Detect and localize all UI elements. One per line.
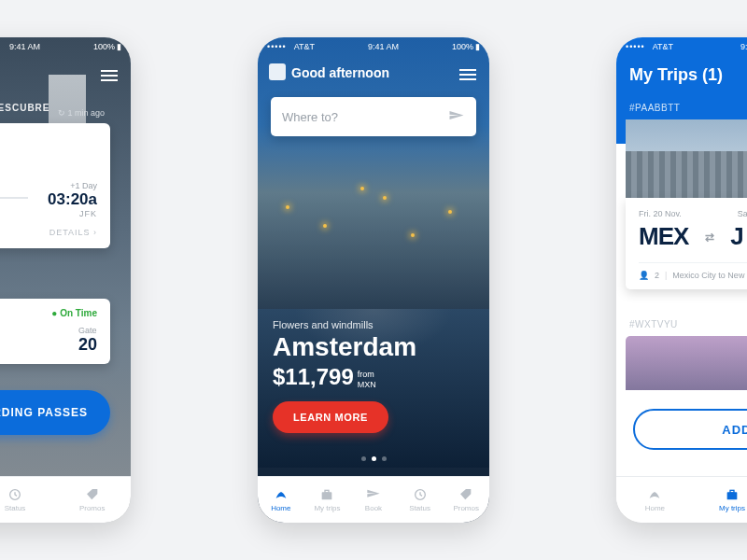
tab-home[interactable]: Home [616,477,694,523]
greeting-text: Good afternoon [291,65,389,80]
search-placeholder: Where to? [282,110,338,124]
depart-date: Fri. 20 Nov. [639,209,682,218]
hamburger-menu-icon[interactable] [101,67,118,84]
tab-status[interactable]: Status [397,477,444,523]
city-to-label: City to [0,136,97,147]
tag-icon [84,487,101,502]
route-badge[interactable]: JFK → MEX | DESCUBRE [0,103,50,113]
trip2-image[interactable] [626,336,747,390]
status-bar: •••••AT&T 9:41 AM 100%▮ [0,37,131,56]
promo-tagline: Flowers and windmills [273,319,374,330]
return-date: Sat. [738,209,747,218]
boarding-passes-button[interactable]: OARDING PASSES [0,390,110,435]
hamburger-menu-icon[interactable] [459,66,476,83]
trip-card[interactable]: Fri. 20 Nov. Sat. MEX ⇄ J 👤 2 | Mexico C… [626,198,747,289]
suitcase-icon [318,487,335,502]
swap-icon: ⇄ [705,231,713,244]
trip-pnr: #PAABBTT [629,103,680,113]
phone-home: •••••AT&T 9:41 AM 100%▮ Good afternoon W… [258,37,489,523]
tab-mytrips[interactable]: My trips [304,477,351,523]
flight-card[interactable]: ↻ 1 min ago City to ork 1 MIA +1 D [0,123,110,248]
tab-status[interactable]: Status [0,477,53,523]
svg-rect-4 [325,490,329,493]
details-link[interactable]: DETAILS › [0,228,97,237]
tag-icon [458,487,474,502]
tab-bar: Home My trips Book Status Promos [258,476,489,523]
status-time: 9:41 AM [368,42,399,51]
brand-logo-icon[interactable] [269,63,286,80]
origin-code: MEX [639,222,688,251]
airplane-icon [448,108,465,125]
clock-icon [7,487,23,502]
suitcase-icon [724,487,740,502]
dest-code: J [730,222,742,251]
trip-image[interactable] [626,119,747,198]
eagle-icon [273,487,289,502]
svg-rect-7 [730,490,734,493]
promo-destination: Amsterdam [273,332,416,362]
carousel-indicator[interactable] [258,456,489,461]
tab-promos[interactable]: Promos [53,477,131,523]
airplane-icon [365,487,382,502]
status-time: 9:41 AM [9,42,40,51]
page-title: My Trips (1) [629,65,723,85]
phone-prev-flights: •••••AT&T 9:41 AM 100%▮ rnoon, our next … [0,37,131,523]
flight-progress-line [0,197,28,199]
status-on-time: ● On Time [51,308,97,318]
tab-mytrips[interactable]: My trips [694,477,747,523]
person-icon: 👤 [639,271,649,280]
tab-book[interactable]: Book [350,477,397,523]
search-input[interactable]: Where to? [271,97,476,136]
trip2-pnr: #WXTVYU [629,319,678,329]
add-trip-button[interactable]: ADD TRIP [633,409,747,450]
phone-mytrips: •••••AT&T 9:41 AM My Trips (1) #PAABBTT … [616,37,747,523]
status-bar: •••••AT&T 9:41 AM 100%▮ [258,37,489,56]
tab-home[interactable]: Home [258,477,304,523]
arrival-time: +1 Day 03:20a JFK [28,181,97,218]
tab-promos[interactable]: Promos [443,477,489,523]
segment-card[interactable]: • MIA ● On Time TerminalA Gate20 [0,299,110,364]
trip-meta: 👤 2 | Mexico City to New Y [639,262,747,280]
tab-bar: Home My trips Book [616,476,747,523]
last-updated: ↻ 1 min ago [58,108,105,118]
tab-bar: Book Status Promos [0,476,131,523]
clock-icon [412,487,429,502]
learn-more-button[interactable]: LEARN MORE [273,401,388,433]
eagle-icon [646,487,663,502]
status-time: 9:41 AM [740,42,747,51]
destination-city: ork [0,148,97,180]
promo-price: $11,799 fromMXN [273,364,376,390]
status-bar: •••••AT&T 9:41 AM [616,37,747,56]
